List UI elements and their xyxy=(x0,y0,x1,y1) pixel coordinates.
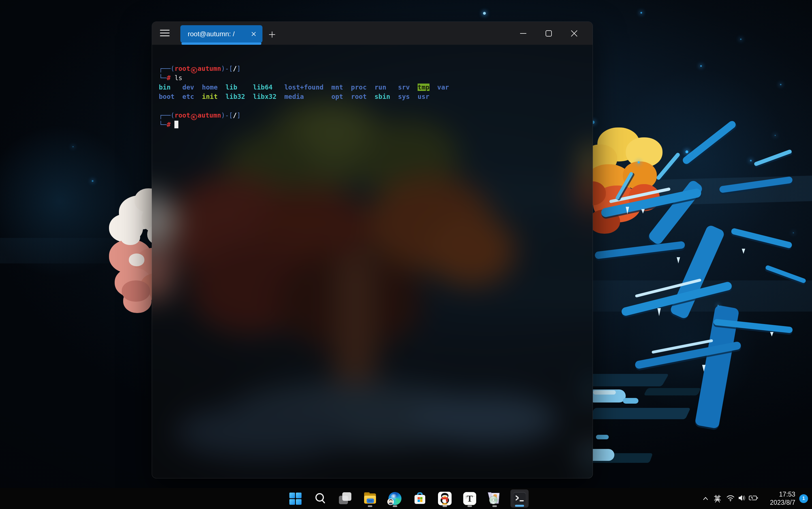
running-app-indicator xyxy=(368,505,372,507)
terminal-cursor xyxy=(174,121,178,128)
clock[interactable]: 17:53 2023/8/7 xyxy=(764,490,795,507)
tab-root-autumn[interactable]: root@autumn: / xyxy=(180,25,262,43)
edge-profile-avatar xyxy=(387,499,394,505)
tab-close-icon[interactable] xyxy=(249,29,258,39)
microsoft-store-icon xyxy=(413,492,427,505)
new-tab-button[interactable] xyxy=(267,30,277,40)
search-button[interactable] xyxy=(311,489,329,508)
task-view-button[interactable] xyxy=(336,489,354,508)
running-app-indicator xyxy=(443,505,447,507)
notification-badge[interactable]: 1 xyxy=(799,494,808,503)
edge-browser-icon xyxy=(388,492,402,505)
wifi-icon xyxy=(726,494,735,503)
task-view-icon xyxy=(338,492,352,505)
file-explorer-button[interactable] xyxy=(361,489,379,508)
tab-title: root@autumn: / xyxy=(180,30,235,38)
window-controls xyxy=(510,22,587,45)
notification-count: 1 xyxy=(802,496,805,501)
microsoft-store-button[interactable] xyxy=(411,489,429,508)
file-explorer-icon xyxy=(363,492,377,505)
typora-t-icon: T xyxy=(463,492,476,505)
terminal-line: bin dev home lib lib64 lost+found mnt pr… xyxy=(159,83,593,92)
edge-browser-button[interactable] xyxy=(386,489,404,508)
menu-icon[interactable] xyxy=(160,29,170,38)
terminal-line: ┌──(rootKautumn)-[/] xyxy=(159,64,593,73)
start-button[interactable] xyxy=(286,489,304,508)
terminal-line: └─# xyxy=(159,120,593,130)
tab-active-underline xyxy=(181,42,261,45)
terminal-window: root@autumn: / ┌──(ro xyxy=(152,22,593,478)
clock-time: 17:53 xyxy=(764,490,795,499)
minimize-button[interactable] xyxy=(510,22,536,45)
terminal-line: └─# ls xyxy=(159,73,593,83)
terminal-line xyxy=(159,101,593,111)
search-icon xyxy=(313,492,327,505)
close-button[interactable] xyxy=(561,22,587,45)
terminal-line: boot etc init lib32 libx32 media opt roo… xyxy=(159,92,593,101)
ime-language-icon[interactable] xyxy=(711,491,724,506)
running-app-indicator xyxy=(492,505,497,507)
taskbar-icons: T xyxy=(286,489,529,508)
qq-penguin-icon xyxy=(438,492,452,505)
windows-terminal-button[interactable] xyxy=(510,489,529,508)
windows-start-icon xyxy=(288,492,302,505)
maximize-button[interactable] xyxy=(536,22,561,45)
qq-button[interactable] xyxy=(436,489,454,508)
taskbar: T xyxy=(0,488,812,509)
quick-settings[interactable] xyxy=(724,491,760,506)
installer-box-icon xyxy=(488,492,501,505)
running-app-indicator xyxy=(467,505,472,507)
battery-charging-icon xyxy=(749,494,758,503)
desktop: root@autumn: / ┌──(ro xyxy=(0,0,812,509)
typora-button[interactable]: T xyxy=(461,489,479,508)
windows-terminal-icon xyxy=(513,492,526,505)
clock-date: 2023/8/7 xyxy=(764,499,795,507)
active-app-indicator xyxy=(515,505,524,507)
terminal-viewport[interactable]: ┌──(rootKautumn)-[/]└─# lsbin dev home l… xyxy=(152,45,593,478)
running-app-indicator xyxy=(393,505,397,507)
titlebar[interactable]: root@autumn: / xyxy=(152,22,593,45)
terminal-line: ┌──(rootKautumn)-[/] xyxy=(159,111,593,120)
system-tray: 17:53 2023/8/7 1 xyxy=(700,488,809,509)
chevron-up-icon[interactable] xyxy=(700,491,711,506)
volume-icon xyxy=(738,494,746,503)
installer-button[interactable] xyxy=(486,489,504,508)
